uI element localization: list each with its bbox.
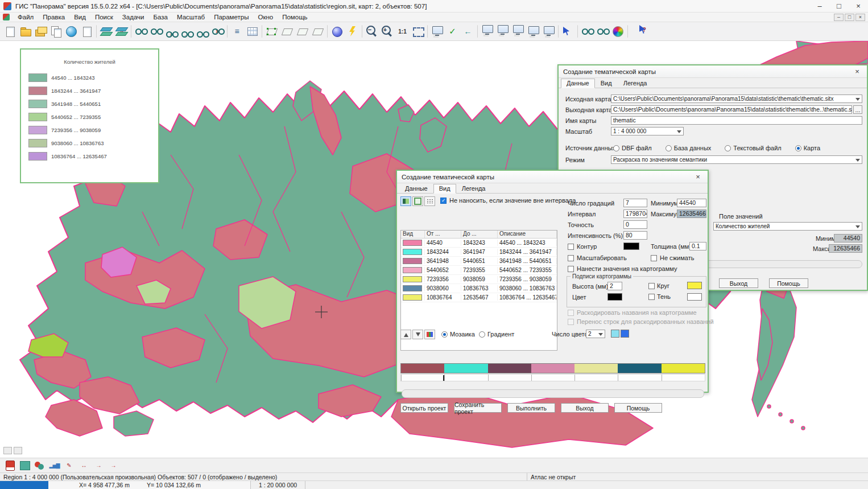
- menu-item[interactable]: База: [148, 13, 172, 21]
- gradient-slider[interactable]: [400, 374, 705, 381]
- menu-item[interactable]: Масштаб: [172, 13, 209, 21]
- tab-data[interactable]: Данные: [399, 184, 433, 194]
- palette-color-swatch[interactable]: [621, 330, 629, 338]
- dialog-title-bar[interactable]: Создание тематической карты ×: [559, 65, 867, 78]
- menu-item[interactable]: Правка: [38, 13, 69, 21]
- menu-item[interactable]: Вид: [69, 13, 90, 21]
- layers-icon[interactable]: [98, 24, 114, 39]
- select-objects-icon[interactable]: [264, 24, 279, 39]
- gradations-input[interactable]: 7: [623, 199, 647, 207]
- scale-combo[interactable]: 1 : 4 000 000: [611, 127, 684, 135]
- geoportal-icon[interactable]: [64, 24, 79, 39]
- pointer-icon[interactable]: [560, 24, 576, 39]
- fit-window-icon[interactable]: [410, 24, 425, 39]
- select-settings-icon[interactable]: [595, 24, 610, 39]
- color-palette-icon[interactable]: [610, 24, 626, 39]
- screen-text-icon[interactable]: a: [510, 23, 526, 38]
- help-cursor-icon[interactable]: ?: [636, 22, 652, 37]
- style-hatch-button[interactable]: [424, 196, 435, 206]
- column-header[interactable]: До ...: [461, 231, 498, 238]
- exit-button[interactable]: Выход: [719, 278, 758, 288]
- delete-object-icon[interactable]: ×: [310, 24, 325, 39]
- zoom-in-icon[interactable]: +: [379, 24, 395, 39]
- style-fill-button[interactable]: [400, 196, 411, 206]
- gradient-segment[interactable]: [531, 364, 574, 373]
- colors-count-combo[interactable]: 2: [586, 330, 605, 338]
- table-header[interactable]: Вид От ... До ... Описание: [401, 231, 557, 239]
- wrap-lines-checkbox[interactable]: [568, 319, 574, 325]
- mdi-minimize-button[interactable]: –: [834, 14, 844, 21]
- globe-3d-icon[interactable]: [329, 24, 345, 39]
- search-area-icon[interactable]: [148, 24, 164, 39]
- data-source-radio-option[interactable]: Текстовый файл: [725, 143, 781, 153]
- intensity-input[interactable]: 80: [623, 231, 647, 240]
- maximize-button[interactable]: □: [829, 0, 849, 12]
- apply-check-icon[interactable]: ✓: [445, 24, 460, 39]
- tab-view[interactable]: Вид: [433, 184, 456, 194]
- convert-panel-icon[interactable]: ↔: [77, 459, 90, 472]
- radio-icon[interactable]: [613, 145, 619, 151]
- help-button[interactable]: Помощь: [614, 403, 662, 413]
- exit-button[interactable]: Выход: [561, 403, 609, 413]
- previous-view-icon[interactable]: ←: [460, 24, 476, 39]
- scalable-checkbox[interactable]: [568, 255, 574, 261]
- thickness-input[interactable]: 0.1: [689, 242, 706, 250]
- edit-panel-icon[interactable]: ✎: [63, 459, 76, 472]
- shadow-color-button[interactable]: [687, 293, 702, 301]
- style-outline-button[interactable]: [412, 196, 423, 206]
- tab-legend[interactable]: Легенда: [618, 79, 653, 88]
- maximum-input[interactable]: 12635466: [677, 209, 706, 218]
- scale-1-1-icon[interactable]: 1:1: [395, 24, 410, 39]
- statistics-panel-icon[interactable]: ▂▅▇: [48, 459, 61, 472]
- import-map-icon[interactable]: ←: [79, 24, 94, 39]
- add-object-icon[interactable]: +: [279, 24, 295, 39]
- search-settings-icon[interactable]: [580, 24, 595, 39]
- objects-list-icon[interactable]: ≡: [229, 24, 245, 39]
- contour-checkbox[interactable]: [568, 244, 574, 250]
- transfer-panel-icon[interactable]: →: [92, 459, 105, 472]
- layers-edit-icon[interactable]: ✎: [114, 24, 129, 39]
- mdi-restore-button[interactable]: □: [845, 14, 854, 21]
- exit-panel-icon[interactable]: →: [107, 459, 120, 472]
- radio-icon[interactable]: [666, 145, 672, 151]
- contour-color-button[interactable]: [623, 243, 639, 250]
- no-compress-checkbox[interactable]: [651, 255, 657, 261]
- interval-row[interactable]: 3641948 5440651 3641948 ... 5440651: [401, 257, 557, 266]
- search-list-icon[interactable]: …: [179, 27, 195, 42]
- search-cancel-icon[interactable]: ×: [210, 24, 225, 39]
- mosaic-radio[interactable]: [441, 331, 448, 338]
- menu-item[interactable]: Параметры: [209, 13, 253, 21]
- mdi-close-button[interactable]: ×: [855, 14, 865, 21]
- menu-item[interactable]: Помощь: [278, 13, 312, 21]
- gradient-slider-handle[interactable]: [443, 375, 444, 381]
- minimum-input[interactable]: 44540: [677, 199, 706, 207]
- edit-object-icon[interactable]: ◆: [295, 24, 310, 39]
- data-panel-icon[interactable]: [3, 459, 16, 472]
- zoom-out-icon[interactable]: −: [364, 24, 379, 39]
- open-map-icon[interactable]: [18, 24, 33, 39]
- help-button[interactable]: Помощь: [769, 278, 808, 288]
- map-corner-button[interactable]: [14, 447, 22, 454]
- dialog-close-icon[interactable]: ×: [852, 67, 862, 76]
- bookmark-add-icon[interactable]: ⚑: [495, 23, 510, 38]
- open-project-button[interactable]: Открыть проект: [400, 403, 448, 413]
- source-map-combo[interactable]: C:\Users\Public\Documents\panorama\Panor…: [611, 94, 862, 103]
- radio-icon[interactable]: [795, 145, 801, 151]
- save-project-button[interactable]: Сохранить проект: [454, 403, 502, 413]
- palette-button[interactable]: [424, 330, 435, 339]
- gradient-segment[interactable]: [401, 364, 444, 373]
- browse-button[interactable]: ...: [853, 105, 862, 114]
- gradient-radio[interactable]: [479, 331, 485, 338]
- tab-view[interactable]: Вид: [595, 79, 618, 88]
- search-object-icon[interactable]: [133, 24, 148, 39]
- circle-color-button[interactable]: [687, 282, 702, 289]
- shadow-checkbox[interactable]: [648, 294, 655, 300]
- interval-row[interactable]: 7239356 9038059 7239356 ... 9038059: [401, 275, 557, 284]
- gradient-segment[interactable]: [574, 364, 618, 373]
- data-source-radio-option[interactable]: Карта: [795, 143, 820, 153]
- status-view-scale[interactable]: 1 : 20 000 000: [251, 481, 305, 489]
- interval-row[interactable]: 9038060 10836763 9038060 ... 10836763: [401, 284, 557, 293]
- gradient-segment[interactable]: [488, 364, 531, 373]
- dialog-title-bar[interactable]: Создание тематической карты ×: [397, 171, 708, 183]
- search-name-icon[interactable]: a: [164, 27, 179, 42]
